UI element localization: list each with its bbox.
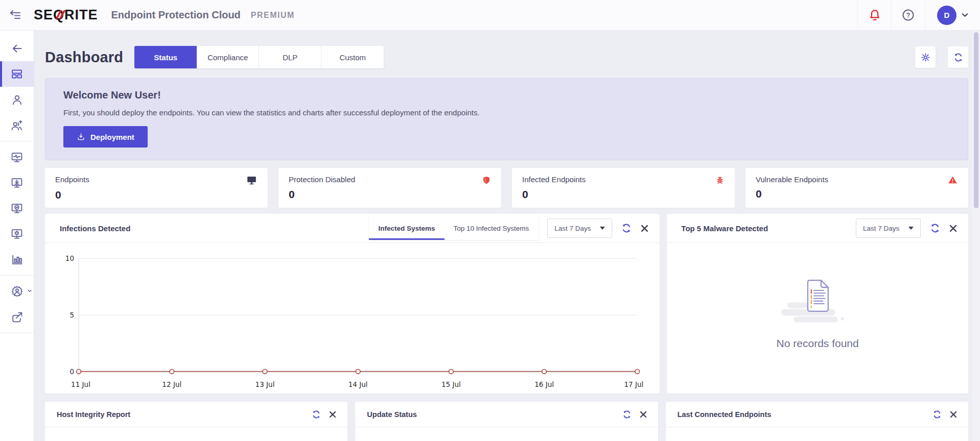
caret-down-icon (600, 227, 605, 230)
user-icon (11, 93, 24, 106)
stat-label: Infected Endpoints (522, 175, 586, 184)
panel-title: Update Status (367, 410, 417, 419)
warning-triangle-icon (947, 175, 958, 185)
help-button[interactable]: ? (891, 0, 925, 30)
infections-chart: 051011 Jul12 Jul13 Jul14 Jul15 Jul16 Jul… (58, 251, 646, 394)
sidebar-item-endpoint-security[interactable] (0, 195, 34, 221)
sidebar-item-admin-settings[interactable] (0, 279, 34, 304)
range-value: Last 7 Days (863, 225, 899, 232)
panel-refresh-button[interactable] (930, 223, 940, 233)
panel-title: Top 5 Malware Detected (681, 224, 768, 233)
back-icon (11, 42, 24, 55)
dashboard-icon (10, 68, 24, 80)
update-status-panel: Update Status (355, 402, 658, 441)
panel-refresh-button[interactable] (932, 410, 942, 419)
subtab-infected-systems[interactable]: Infected Systems (369, 216, 444, 240)
svg-text:5: 5 (69, 311, 74, 319)
svg-text:16 Jul: 16 Jul (534, 380, 554, 388)
infections-range-dropdown[interactable]: Last 7 Days (547, 218, 612, 238)
sidebar-item-users[interactable] (0, 87, 34, 112)
gear-icon (921, 53, 930, 62)
svg-text:13 Jul: 13 Jul (255, 380, 275, 388)
close-icon (329, 411, 336, 418)
sidebar-item-add-users[interactable] (0, 112, 34, 138)
dashboard-settings-button[interactable] (915, 46, 936, 68)
empty-state: No records found (667, 243, 968, 394)
sidebar-item-endpoint-settings[interactable] (0, 221, 34, 247)
endpoint-settings-icon (10, 228, 24, 240)
shield-icon (482, 175, 491, 185)
deployment-button[interactable]: Deployment (63, 126, 148, 148)
sidebar-back-button[interactable] (0, 36, 34, 61)
infections-detected-panel: Infections Detected Infected Systems Top… (45, 214, 660, 394)
seqrite-logo: SEQRITE (34, 7, 98, 23)
stat-value: 0 (756, 188, 958, 200)
sidebar-item-share[interactable] (0, 304, 34, 330)
add-user-icon (10, 119, 24, 132)
refresh-icon (932, 410, 942, 419)
tab-status[interactable]: Status (134, 46, 197, 68)
svg-text:15 Jul: 15 Jul (441, 380, 461, 388)
refresh-icon (312, 410, 321, 419)
panel-refresh-button[interactable] (621, 223, 632, 233)
sidebar-divider (0, 333, 34, 333)
vertical-scrollbar[interactable] (972, 31, 980, 441)
sidebar-item-endpoint-status[interactable] (0, 144, 34, 170)
sidebar-item-deployment[interactable] (0, 170, 34, 195)
notifications-button[interactable] (857, 0, 891, 30)
deployment-download-icon (77, 133, 85, 141)
no-records-illustration (777, 274, 858, 327)
svg-text:12 Jul: 12 Jul (162, 380, 181, 388)
panel-close-button[interactable] (640, 411, 647, 418)
stat-label: Protection Disabled (289, 175, 355, 184)
deployment-button-label: Deployment (90, 133, 134, 141)
empty-state-text: No records found (777, 337, 859, 350)
welcome-message: First, you should deploy the endpoints. … (63, 108, 950, 117)
top-malware-panel: Top 5 Malware Detected Last 7 Days (667, 214, 968, 394)
panel-title: Infections Detected (60, 224, 130, 233)
edition-badge: PREMIUM (251, 11, 295, 20)
infections-subtabs: Infected Systems Top 10 Infected Systems (369, 216, 538, 240)
sidebar-item-reports[interactable] (0, 247, 34, 272)
malware-range-dropdown[interactable]: Last 7 Days (856, 218, 921, 238)
sidebar-item-dashboard[interactable] (0, 61, 34, 87)
host-integrity-panel: Host Integrity Report (45, 402, 347, 441)
stat-card-protection-disabled[interactable]: Protection Disabled 0 (278, 168, 501, 208)
svg-text:?: ? (906, 11, 911, 19)
dashboard-refresh-button[interactable] (948, 46, 968, 68)
panel-close-button[interactable] (950, 411, 957, 418)
refresh-icon (930, 223, 940, 233)
sidebar (0, 31, 34, 441)
close-icon (949, 225, 957, 232)
stat-label: Vulnerable Endpoints (756, 175, 828, 184)
panel-close-button[interactable] (641, 225, 648, 232)
svg-text:17 Jul: 17 Jul (624, 380, 643, 388)
panel-body (45, 427, 347, 441)
collapse-menu-icon[interactable] (0, 9, 30, 21)
stat-value: 0 (522, 188, 725, 201)
panel-refresh-button[interactable] (622, 410, 632, 419)
stat-card-vulnerable-endpoints[interactable]: Vulnerable Endpoints 0 (745, 168, 968, 208)
product-name: Endpoint Protection Cloud (111, 9, 241, 21)
avatar: D (937, 6, 956, 25)
stats-row: Endpoints 0 Protection Disabled (45, 168, 968, 208)
deployment-icon (10, 177, 24, 189)
stat-card-endpoints[interactable]: Endpoints 0 (45, 168, 268, 208)
panel-title: Host Integrity Report (57, 410, 130, 419)
page-title: Dashboard (45, 49, 123, 66)
dashboard-tabs: Status Compliance DLP Custom (134, 46, 384, 68)
account-menu[interactable]: D (925, 0, 980, 30)
subtab-top10-infected-systems[interactable]: Top 10 Infected Systems (445, 216, 539, 240)
refresh-icon (953, 53, 963, 62)
tab-compliance[interactable]: Compliance (197, 46, 259, 68)
tab-custom[interactable]: Custom (321, 46, 384, 68)
panel-close-button[interactable] (949, 225, 957, 232)
tab-dlp[interactable]: DLP (259, 46, 321, 68)
help-icon: ? (902, 9, 915, 21)
stat-card-infected-endpoints[interactable]: Infected Endpoints 0 (512, 168, 735, 208)
scrollbar-thumb[interactable] (974, 32, 978, 208)
panel-close-button[interactable] (329, 411, 336, 418)
sidebar-divider (0, 141, 34, 141)
bug-icon (715, 175, 725, 185)
panel-refresh-button[interactable] (312, 410, 321, 419)
